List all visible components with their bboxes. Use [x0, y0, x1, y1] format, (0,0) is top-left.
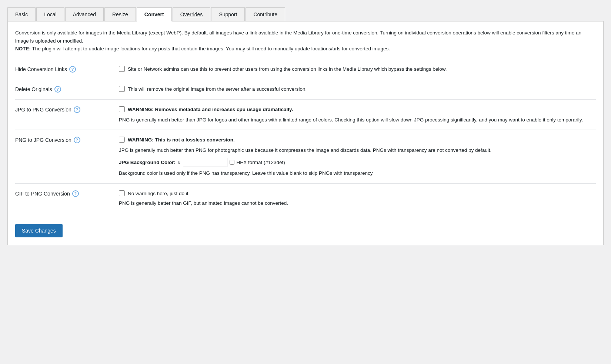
tab-support[interactable]: Support [211, 7, 245, 21]
hash-symbol: # [178, 158, 181, 167]
label-text-png-to-jpg: PNG to JPG Conversion [15, 137, 71, 143]
warning-text-jpg-to-png: WARNING: Removes metadata and increases … [128, 107, 293, 112]
tab-local[interactable]: Local [36, 7, 64, 21]
checkbox-desc-jpg-to-png: WARNING: Removes metadata and increases … [128, 106, 293, 114]
bg-color-label: JPG Background Color: [119, 158, 176, 167]
settings-row-png-to-jpg: PNG to JPG Conversion?WARNING: This is n… [15, 130, 596, 183]
settings-control-jpg-to-png: WARNING: Removes metadata and increases … [119, 106, 596, 124]
intro-note-label: NOTE: [15, 46, 31, 51]
checkbox-desc-hide-conversion-links: Site or Network admins can use this to p… [128, 65, 447, 73]
checkbox-row-png-to-jpg: WARNING: This is not a lossless conversi… [119, 136, 596, 144]
settings-row-jpg-to-png: JPG to PNG Conversion?WARNING: Removes m… [15, 99, 596, 130]
tab-convert[interactable]: Convert [137, 7, 172, 21]
hex-format-label: HEX format (#123def) [237, 158, 285, 167]
checkbox-jpg-to-png[interactable] [119, 106, 125, 112]
settings-control-hide-conversion-links: Site or Network admins can use this to p… [119, 65, 596, 73]
tab-advanced[interactable]: Advanced [65, 7, 104, 21]
page-wrapper: BasicLocalAdvancedResizeConvertOverrides… [0, 0, 611, 364]
checkbox-row-hide-conversion-links: Site or Network admins can use this to p… [119, 65, 596, 73]
hex-format-checkbox[interactable] [230, 160, 234, 165]
help-icon-hide-conversion-links[interactable]: ? [69, 66, 76, 73]
bg-color-note: Background color is used only if the PNG… [119, 169, 596, 177]
tab-resize[interactable]: Resize [104, 7, 136, 21]
checkbox-desc-png-to-jpg: WARNING: This is not a lossless conversi… [128, 136, 235, 144]
warning-text-png-to-jpg: WARNING: This is not a lossless conversi… [128, 137, 235, 143]
settings-container: Hide Conversion Links?Site or Network ad… [15, 59, 596, 213]
label-text-hide-conversion-links: Hide Conversion Links [15, 66, 67, 72]
settings-row-hide-conversion-links: Hide Conversion Links?Site or Network ad… [15, 59, 596, 79]
settings-label-delete-originals: Delete Originals? [15, 85, 119, 93]
content-area: Conversion is only available for images … [7, 21, 604, 245]
bg-color-row: JPG Background Color:#HEX format (#123de… [119, 158, 596, 167]
settings-control-png-to-jpg: WARNING: This is not a lossless conversi… [119, 136, 596, 177]
label-text-delete-originals: Delete Originals [15, 86, 52, 92]
help-icon-delete-originals[interactable]: ? [54, 86, 61, 93]
settings-control-delete-originals: This will remove the original image from… [119, 85, 596, 93]
intro-line2: The plugin will attempt to update image … [31, 46, 390, 51]
settings-label-gif-to-png: GIF to PNG Conversion? [15, 190, 119, 197]
label-text-jpg-to-png: JPG to PNG Conversion [15, 107, 71, 113]
help-icon-gif-to-png[interactable]: ? [72, 190, 79, 197]
hex-color-input[interactable] [183, 158, 227, 167]
checkbox-desc-gif-to-png: No warnings here, just do it. [128, 190, 190, 198]
checkbox-png-to-jpg[interactable] [119, 137, 125, 143]
settings-row-gif-to-png: GIF to PNG Conversion?No warnings here, … [15, 183, 596, 213]
desc-text-png-to-jpg: JPG is generally much better than PNG fo… [119, 146, 596, 154]
save-changes-button[interactable]: Save Changes [15, 224, 63, 237]
help-icon-png-to-jpg[interactable]: ? [74, 137, 80, 143]
checkbox-row-delete-originals: This will remove the original image from… [119, 85, 596, 93]
intro-text: Conversion is only available for images … [15, 29, 596, 53]
checkbox-hide-conversion-links[interactable] [119, 66, 125, 72]
checkbox-gif-to-png[interactable] [119, 190, 125, 196]
settings-control-gif-to-png: No warnings here, just do it.PNG is gene… [119, 190, 596, 207]
intro-line1: Conversion is only available for images … [15, 30, 581, 44]
help-icon-jpg-to-png[interactable]: ? [74, 106, 80, 113]
checkbox-row-jpg-to-png: WARNING: Removes metadata and increases … [119, 106, 596, 114]
extra-desc-gif-to-png: PNG is generally better than GIF, but an… [119, 199, 596, 207]
settings-label-hide-conversion-links: Hide Conversion Links? [15, 65, 119, 73]
tab-contribute[interactable]: Contribute [246, 7, 285, 21]
checkbox-delete-originals[interactable] [119, 86, 125, 92]
label-text-gif-to-png: GIF to PNG Conversion [15, 191, 70, 197]
tab-basic[interactable]: Basic [7, 7, 36, 21]
checkbox-desc-delete-originals: This will remove the original image from… [128, 85, 307, 93]
settings-row-delete-originals: Delete Originals?This will remove the or… [15, 79, 596, 99]
settings-label-png-to-jpg: PNG to JPG Conversion? [15, 136, 119, 143]
settings-label-jpg-to-png: JPG to PNG Conversion? [15, 106, 119, 113]
tabs-container: BasicLocalAdvancedResizeConvertOverrides… [7, 7, 604, 21]
checkbox-row-gif-to-png: No warnings here, just do it. [119, 190, 596, 198]
tab-overrides[interactable]: Overrides [173, 7, 211, 21]
desc-text-jpg-to-png: PNG is generally much better than JPG fo… [119, 116, 596, 124]
